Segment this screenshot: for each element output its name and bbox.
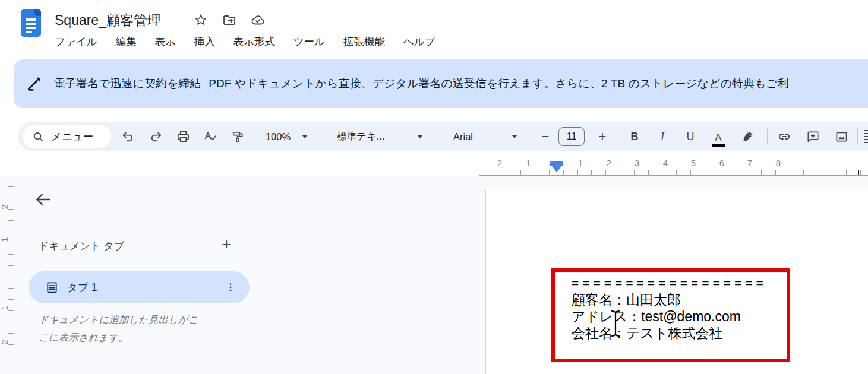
font-family-select[interactable]: Arial — [453, 122, 473, 151]
indent-marker-bar[interactable] — [550, 161, 563, 166]
italic-button[interactable]: I — [654, 122, 671, 151]
ruler-label: 2 — [0, 202, 10, 213]
redo-icon[interactable] — [148, 129, 162, 144]
menu-tools[interactable]: ツール — [293, 34, 325, 49]
chevron-down-icon[interactable] — [302, 135, 308, 141]
text-color-label: A — [715, 132, 721, 144]
chevron-down-icon[interactable] — [512, 135, 517, 141]
tab-label: タブ 1 — [67, 280, 97, 294]
toolbar-divider — [767, 129, 768, 144]
google-docs-logo-icon[interactable] — [21, 9, 41, 37]
horizontal-ruler[interactable] — [479, 170, 868, 175]
insert-image-icon[interactable] — [834, 129, 848, 144]
ruler-label: 1 — [0, 234, 10, 245]
close-tabs-panel-button[interactable] — [34, 191, 52, 208]
ruler-label: 5 — [689, 158, 697, 168]
text-color-button[interactable]: A — [709, 122, 727, 151]
bold-button[interactable]: B — [626, 122, 643, 151]
zoom-select[interactable]: 100% — [263, 122, 293, 151]
cloud-saved-icon[interactable] — [251, 13, 265, 27]
vertical-ruler-zero-tick — [6, 274, 14, 274]
ruler-label: 2 — [0, 337, 10, 348]
company-line[interactable]: 会社名：テスト株式会社 — [572, 325, 767, 341]
docs-logo-line — [26, 23, 36, 25]
docs-logo-fold — [34, 9, 41, 16]
ruler-label: 2 — [605, 158, 613, 168]
menu-format[interactable]: 表示形式 — [233, 34, 275, 49]
tabs-hint-line2: こに表示されます。 — [39, 328, 198, 346]
tab-options-icon[interactable] — [225, 281, 236, 293]
menu-file[interactable]: ファイル — [55, 34, 97, 49]
decrease-font-size-button[interactable]: − — [538, 122, 553, 151]
spell-check-icon[interactable] — [203, 129, 217, 144]
ruler-label: 2 — [495, 158, 504, 168]
toolbar-divider — [857, 129, 858, 144]
docs-logo-line — [26, 27, 36, 29]
paragraph-style-select[interactable]: 標準テキ... — [337, 122, 385, 151]
ruler-label: 7 — [746, 158, 754, 168]
document-tabs-header: ドキュメント タブ — [39, 239, 124, 253]
menu-edit[interactable]: 編集 — [116, 34, 137, 49]
banner-body-text: PDF やドキュメントから直接、デジタル署名の送受信を行えます。さらに、2 TB… — [209, 76, 789, 91]
esignature-promo-banner[interactable]: 電子署名で迅速に契約を締結 PDF やドキュメントから直接、デジタル署名の送受信… — [14, 59, 868, 108]
ruler-label: 1 — [0, 303, 10, 313]
move-to-folder-icon[interactable] — [222, 13, 236, 27]
paint-format-icon[interactable] — [231, 129, 245, 144]
font-size-input[interactable]: 11 — [558, 127, 585, 146]
ruler-label: 8 — [774, 158, 782, 168]
separator-line[interactable]: ================== — [572, 275, 767, 291]
vertical-ruler-line — [14, 176, 14, 374]
customer-name-line[interactable]: 顧客名：山田太郎 — [572, 291, 767, 308]
docs-logo-line — [26, 18, 36, 21]
tabs-hint-text: ドキュメントに追加した見出しがこ こに表示されます。 — [39, 310, 198, 346]
search-icon — [32, 131, 45, 143]
docs-logo-line — [26, 31, 32, 33]
print-icon[interactable] — [176, 129, 190, 144]
insert-link-icon[interactable] — [777, 129, 791, 144]
indent-marker[interactable] — [550, 161, 563, 177]
toolbar: メニュー 100% 標準テキ... Arial − 11 + B I — [18, 122, 868, 151]
text-color-swatch — [712, 144, 725, 147]
undo-icon[interactable] — [121, 129, 135, 144]
address-line[interactable]: アドレス：test@demo.com — [572, 308, 767, 325]
ruler-label: 3 — [633, 158, 641, 168]
tab-item-selected[interactable]: タブ 1 — [29, 271, 250, 303]
ruler-label: 4 — [661, 158, 670, 168]
toolbar-divider — [438, 129, 438, 144]
menu-help[interactable]: ヘルプ — [403, 34, 435, 49]
menu-view[interactable]: 表示 — [155, 34, 176, 49]
menu-insert[interactable]: 挿入 — [194, 34, 215, 49]
document-tab-icon — [45, 281, 59, 294]
chevron-down-icon[interactable] — [417, 135, 423, 141]
search-menus-button[interactable]: メニュー — [23, 125, 111, 148]
search-menus-label: メニュー — [51, 129, 93, 144]
add-tab-button[interactable]: + — [217, 235, 235, 253]
ruler-label: 1 — [576, 158, 585, 168]
highlight-color-icon[interactable] — [740, 129, 754, 144]
document-title[interactable]: Square_顧客管理 — [55, 11, 161, 30]
ruler-label: 6 — [718, 158, 726, 168]
sidebar-top-border — [14, 176, 485, 176]
signature-pen-icon — [27, 76, 43, 92]
ruler-label: 1 — [524, 158, 532, 168]
star-icon[interactable] — [194, 13, 208, 27]
add-comment-icon[interactable] — [806, 129, 820, 144]
banner-lead-text: 電子署名で迅速に契約を締結 — [53, 76, 201, 91]
menu-extensions[interactable]: 拡張機能 — [343, 34, 385, 49]
text-cursor-icon — [610, 309, 621, 338]
toolbar-overflow-icon[interactable] — [864, 130, 868, 143]
document-text[interactable]: ================== 顧客名：山田太郎 アドレス：test@de… — [572, 275, 767, 341]
menu-bar: ファイル 編集 表示 挿入 表示形式 ツール 拡張機能 ヘルプ — [55, 34, 435, 49]
tabs-hint-line1: ドキュメントに追加した見出しがこ — [39, 310, 198, 328]
increase-font-size-button[interactable]: + — [595, 122, 610, 151]
toolbar-divider — [323, 129, 323, 144]
underline-button[interactable]: U — [681, 122, 699, 151]
toolbar-divider — [532, 129, 532, 144]
